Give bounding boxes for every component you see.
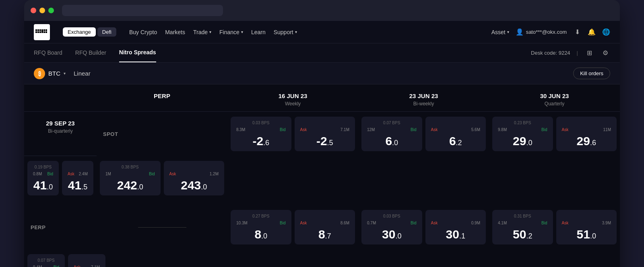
desk-code: Desk code: 9224 [531, 50, 570, 56]
toolbar: ₿ BTC ▾ Linear Kill orders [24, 63, 620, 84]
spot-jun23-bid-card[interactable]: 0.23 BPS 9.8M Bid 29.0 [492, 117, 553, 151]
ask-size: 7.1M [341, 127, 349, 132]
spot-perp-cards: 0.03 BPS 8.3M Bid -2.6 x Ask 7. [231, 117, 355, 151]
col-header-perp: PERP [97, 84, 227, 112]
spot-jun23-ask-card[interactable]: x Ask 11M 29.6 [556, 117, 617, 151]
perp-row-label: PERP [24, 205, 97, 249]
spot-jun30-cell: 0.19 BPS 0.8M Bid 41.0 x Ask 2. [24, 156, 97, 200]
perp-jun16-bid-card[interactable]: 0.27 BPS 10.3M Bid 8.0 [231, 210, 291, 244]
logo [34, 24, 50, 40]
header-empty [24, 84, 97, 112]
spot-jun16-ask-card[interactable]: x Ask 5.6M 6.2 [425, 117, 486, 151]
col-header-jun23: 23 JUN 23 Bi-weekly [358, 84, 489, 112]
col-jun30-sub: Quarterly [495, 101, 613, 107]
perp-sep29-bid-card[interactable]: 0.07 BPS 9.4M Bid 250.0 [27, 254, 65, 267]
spot-jun16-cell: 0.07 BPS 12M Bid 6.0 x Ask 5.6M [358, 112, 489, 156]
svg-rect-10 [37, 29, 39, 31]
spot-perp-ask-val: -2.5 [300, 135, 350, 147]
nav-trade[interactable]: Trade ▾ [193, 29, 211, 35]
view-type-label: Linear [74, 70, 91, 77]
grid-icon[interactable]: ⊞ [584, 48, 594, 58]
nav-buy-crypto[interactable]: Buy Crypto [129, 29, 157, 35]
nav-right: Asset ▾ 👤 sato***@okx.com ⬇ 🔔 🌐 [491, 28, 610, 36]
tab-exchange[interactable]: Exchange [63, 27, 96, 37]
bid-label: Bid [280, 127, 285, 132]
svg-rect-3 [39, 29, 41, 31]
coin-selector[interactable]: ₿ BTC ▾ [34, 68, 66, 79]
nav-tabs: Exchange Defi [63, 27, 116, 37]
nav-finance[interactable]: Finance ▾ [219, 29, 243, 35]
main-content: PERP 16 JUN 23 Weekly 23 JUN 23 Bi-weekl… [24, 84, 620, 267]
ask-label: Ask [300, 127, 307, 132]
browser-chrome [24, 0, 620, 21]
coin-chevron: ▾ [64, 71, 66, 76]
sub-nav-right: Desk code: 9224 | ⊞ ⚙ [531, 48, 610, 58]
user-info: 👤 sato***@okx.com [516, 28, 567, 36]
spot-perp-ask-card[interactable]: x Ask 7.1M -2.5 [295, 117, 355, 151]
nav-links: Buy Crypto Markets Trade ▾ Finance ▾ Lea… [129, 29, 297, 35]
spot-jun30-cards: 0.19 BPS 0.8M Bid 41.0 x Ask 2. [27, 161, 93, 195]
col-jun23-label: 23 JUN 23 [365, 92, 483, 99]
spot-jun16-bps: 0.07 BPS [367, 121, 417, 125]
perp-sep29-cards: 0.07 BPS 9.4M Bid 250.0 x Ask 7 [27, 254, 93, 267]
svg-rect-9 [45, 31, 47, 33]
perp-sep29-ask-card[interactable]: x Ask 7.1M 250.2 [68, 254, 105, 267]
spot-perp-bid-card[interactable]: 0.03 BPS 8.3M Bid -2.6 [231, 117, 291, 151]
sub-nav-rfq-builder[interactable]: RFQ Builder [75, 43, 106, 62]
col-header-jun30: 30 JUN 23 Quarterly [489, 84, 620, 112]
nav-learn[interactable]: Learn [251, 29, 266, 35]
kill-orders-button[interactable]: Kill orders [573, 68, 610, 79]
settings-icon[interactable]: ⚙ [601, 48, 610, 58]
perp-jun30-bid-card[interactable]: 0.31 BPS 4.1M Bid 50.2 [492, 210, 553, 244]
address-bar[interactable] [62, 5, 223, 16]
user-email: sato***@okx.com [526, 29, 567, 35]
asset-dropdown[interactable]: Asset ▾ [491, 29, 509, 35]
logo-box [34, 24, 50, 40]
perp-jun23-bid-card[interactable]: 0.03 BPS 0.7M Bid 30.0 [361, 210, 422, 244]
notification-icon[interactable]: 🔔 [588, 28, 596, 36]
globe-icon[interactable]: 🌐 [602, 28, 610, 36]
minimize-button[interactable] [39, 8, 45, 13]
perp-jun23-cell: 0.03 BPS 0.7M Bid 30.0 x Ask 0. [358, 205, 489, 249]
spot-perp-bid-meta: 8.3M Bid [236, 127, 286, 132]
nav-markets[interactable]: Markets [165, 29, 185, 35]
tab-defi[interactable]: Defi [97, 27, 116, 37]
svg-rect-4 [39, 31, 41, 33]
spot-jun16-bid-card[interactable]: 0.07 BPS 12M Bid 6.0 [361, 117, 422, 151]
spot-perp-cell: 0.03 BPS 8.3M Bid -2.6 x Ask 7. [227, 112, 358, 156]
spot-sep29-cell: 0.38 BPS 1M Bid 242.0 x Ask 1.2 [97, 156, 227, 200]
svg-rect-0 [35, 29, 37, 31]
spot-jun30-ask-card[interactable]: x Ask 2.4M 41.5 [62, 161, 93, 195]
close-button[interactable] [31, 8, 36, 13]
spot-jun16-cards: 0.07 BPS 12M Bid 6.0 x Ask 5.6M [361, 117, 486, 151]
svg-rect-5 [41, 29, 43, 33]
perp-jun30-cards: 0.31 BPS 4.1M Bid 50.2 x Ask 3. [492, 210, 617, 244]
spot-sep29-bid-card[interactable]: 0.38 BPS 1M Bid 242.0 [100, 161, 161, 195]
spot-jun30-bid-card[interactable]: 0.19 BPS 0.8M Bid 41.0 [27, 161, 59, 195]
perp-jun23-cards: 0.03 BPS 0.7M Bid 30.0 x Ask 0. [361, 210, 486, 244]
spot-perp-bps: 0.03 BPS [236, 121, 286, 125]
sub-nav-nitro-spreads[interactable]: Nitro Spreads [119, 43, 156, 62]
perp-jun16-cards: 0.27 BPS 10.3M Bid 8.0 x Ask 8. [231, 210, 355, 244]
maximize-button[interactable] [48, 8, 54, 13]
download-icon[interactable]: ⬇ [573, 28, 581, 36]
perp-jun30-ask-card[interactable]: x Ask 3.9M 51.0 [556, 210, 617, 244]
perp-jun23-ask-card[interactable]: x Ask 0.9M 30.1 [425, 210, 486, 244]
spot-row-label: SPOT [97, 112, 227, 156]
perp-perp-cell [97, 205, 227, 249]
nav-support[interactable]: Support ▾ [274, 29, 297, 35]
col-header-jun16: 16 JUN 23 Weekly [227, 84, 358, 112]
svg-rect-8 [45, 29, 47, 31]
svg-rect-7 [43, 31, 45, 33]
sub-nav-rfq-board[interactable]: RFQ Board [34, 43, 62, 62]
spot-sep29-ask-card[interactable]: x Ask 1.2M 243.0 [164, 161, 225, 195]
spot-jun16-bid-meta: 12M Bid [367, 127, 417, 132]
user-icon: 👤 [516, 28, 524, 36]
spot-sep29-cards: 0.38 BPS 1M Bid 242.0 x Ask 1.2 [100, 161, 224, 195]
col-perp-label: PERP [103, 92, 221, 99]
col-jun16-label: 16 JUN 23 [234, 92, 352, 99]
svg-rect-1 [35, 31, 37, 33]
svg-rect-2 [37, 31, 39, 33]
perp-jun16-ask-card[interactable]: x Ask 8.6M 8.7 [295, 210, 355, 244]
perp-sep29-cell: 0.07 BPS 9.4M Bid 250.0 x Ask 7 [24, 249, 97, 267]
